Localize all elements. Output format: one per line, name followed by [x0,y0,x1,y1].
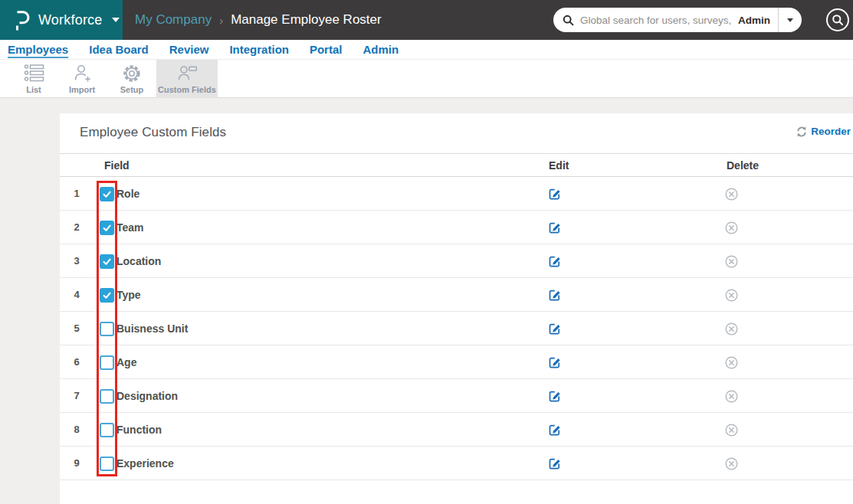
delete-icon[interactable] [725,221,738,234]
reorder-label: Reorder [811,126,851,137]
field-visibility-checkbox[interactable] [100,187,114,201]
edit-icon[interactable] [549,289,561,301]
edit-icon[interactable] [549,356,561,368]
toolbar-item-setup[interactable]: Setup [107,60,156,98]
delete-icon[interactable] [725,390,738,403]
delete-icon[interactable] [725,188,738,201]
breadcrumb: My Company › Manage Employee Roster [135,0,382,40]
table-row: 1 Role [60,177,853,211]
toolbar-item-label: Setup [120,85,144,94]
row-number: 1 [71,177,83,211]
person-plus-icon [71,64,93,83]
field-visibility-checkbox[interactable] [100,221,114,235]
row-number: 6 [71,345,83,379]
module-nav-tabs: Employees Idea Board Review Integration … [0,40,853,60]
global-search-input[interactable] [580,15,733,26]
row-number: 5 [71,312,83,345]
toolbar-item-label: List [26,85,41,94]
column-header-field: Field [104,159,130,172]
column-header-delete: Delete [727,159,759,172]
search-scope-label[interactable]: Admin [733,15,778,26]
field-name: Age [116,345,136,379]
table-row: 4 Type [60,278,853,312]
toolbar-item-list[interactable]: List [11,60,57,98]
delete-icon[interactable] [725,356,738,369]
toolbar-item-custom-fields[interactable]: Custom Fields [156,60,218,98]
custom-fields-card: Employee Custom Fields Reorder Field Edi… [60,113,853,504]
check-icon [102,290,112,300]
toolbar-item-label: Import [69,85,95,94]
field-name: Team [116,211,144,244]
tab-review[interactable]: Review [169,42,209,57]
search-scope-dropdown[interactable] [779,8,802,32]
edit-icon[interactable] [549,221,561,234]
people-list-icon [23,64,44,83]
field-name: Role [116,177,139,211]
toolbar-item-label: Custom Fields [158,85,216,94]
field-visibility-checkbox[interactable] [100,355,114,370]
caret-down-icon [787,18,793,22]
check-icon [102,223,112,233]
tab-portal[interactable]: Portal [310,42,343,57]
edit-icon[interactable] [549,255,561,267]
person-badge-icon [176,64,198,83]
row-number: 2 [71,211,83,244]
field-visibility-checkbox[interactable] [100,389,114,404]
row-number: 4 [71,278,83,312]
content-area: Employee Custom Fields Reorder Field Edi… [0,98,853,504]
search-icon [563,15,574,26]
delete-icon[interactable] [725,289,738,302]
field-visibility-checkbox[interactable] [100,254,114,269]
field-visibility-checkbox[interactable] [100,288,114,303]
table-row: 9 Experience [60,447,853,480]
page-title: Manage Employee Roster [231,12,382,28]
gear-icon [122,64,142,83]
breadcrumb-separator: › [219,14,223,27]
field-name: Designation [116,379,178,413]
row-number: 8 [71,413,83,447]
field-visibility-checkbox[interactable] [100,457,114,471]
search-submit-button[interactable] [826,8,849,31]
field-visibility-checkbox[interactable] [100,423,114,437]
delete-icon[interactable] [725,255,738,268]
caret-down-icon [112,18,120,22]
reorder-button[interactable]: Reorder [796,126,851,137]
tab-employees[interactable]: Employees [8,42,68,57]
table-row: 3 Location [60,244,853,278]
field-name: Experience [116,447,174,480]
brand-menu[interactable]: Workforce [0,0,123,40]
table-row: 5 Buisness Unit [60,312,853,345]
brand-name: Workforce [38,12,103,28]
card-title: Employee Custom Fields [80,125,226,140]
tab-admin[interactable]: Admin [363,42,399,57]
column-header-edit: Edit [549,159,569,172]
table-row: 8 Function [60,413,853,447]
edit-icon[interactable] [549,322,561,335]
field-name: Location [116,244,161,278]
employees-toolbar: List Import [0,60,853,98]
brand-logo-icon [13,9,31,31]
tab-idea-board[interactable]: Idea Board [89,42,149,57]
breadcrumb-parent-link[interactable]: My Company [135,12,212,28]
field-visibility-checkbox[interactable] [100,322,114,336]
table-row: 7 Designation [60,379,853,413]
custom-fields-table-body: 1 Role [60,177,853,480]
tab-integration[interactable]: Integration [229,42,289,57]
field-name: Function [116,413,162,447]
row-number: 9 [71,447,83,480]
delete-icon[interactable] [725,322,738,335]
edit-icon[interactable] [549,188,561,200]
delete-icon[interactable] [725,457,738,470]
delete-icon[interactable] [725,424,738,437]
check-icon [102,257,112,267]
top-header-bar: Workforce My Company › Manage Employee R… [0,0,853,40]
row-number: 3 [71,244,83,278]
toolbar-item-import[interactable]: Import [57,60,107,98]
edit-icon[interactable] [549,390,561,402]
edit-icon[interactable] [549,457,561,470]
page: Workforce My Company › Manage Employee R… [0,0,853,504]
table-header-row: Field Edit Delete [60,153,853,177]
global-search-bar: Admin [553,8,802,32]
reorder-refresh-icon [796,126,807,137]
edit-icon[interactable] [549,424,561,436]
